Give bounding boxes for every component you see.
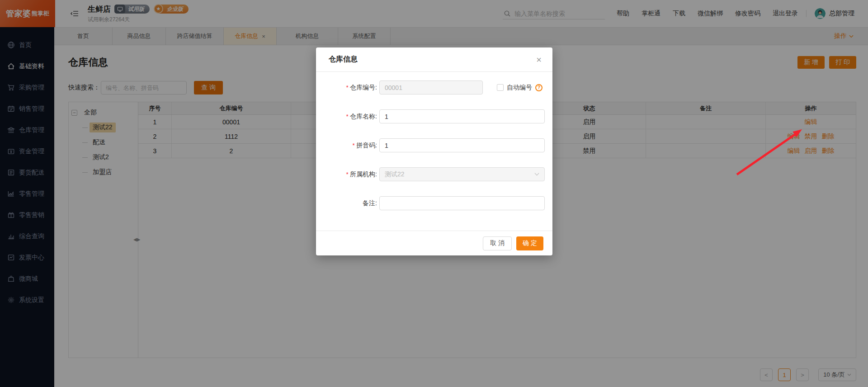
field-organization: *所属机构: 测试22 — [316, 167, 552, 181]
field-remark: 备注: — [316, 196, 552, 210]
required-asterisk: * — [346, 113, 348, 120]
auto-number-label: 自动编号 — [507, 84, 532, 92]
field-label: 备注: — [363, 199, 377, 207]
field-label: 所属机构: — [350, 170, 377, 178]
warehouse-info-modal: 仓库信息 × *仓库编号: 自动编号 ? *仓库名称: *拼音码: *所属机构:… — [316, 47, 552, 255]
field-warehouse-code: *仓库编号: 自动编号 ? — [316, 80, 552, 94]
field-label: 仓库编号: — [350, 84, 377, 91]
auto-number-checkbox[interactable] — [497, 84, 504, 91]
cancel-button[interactable]: 取 消 — [483, 236, 512, 250]
auto-number-group: 自动编号 ? — [497, 84, 542, 92]
required-asterisk: * — [352, 142, 354, 149]
required-asterisk: * — [346, 171, 348, 178]
modal-close-icon[interactable]: × — [536, 55, 542, 64]
warehouse-name-input[interactable] — [379, 109, 545, 123]
field-pinyin-code: *拼音码: — [316, 138, 552, 152]
modal-title: 仓库信息 — [329, 55, 358, 64]
confirm-button[interactable]: 确 定 — [516, 236, 543, 250]
pinyin-code-input[interactable] — [379, 138, 545, 152]
chevron-down-icon — [534, 173, 539, 176]
warehouse-code-input — [379, 80, 483, 94]
field-warehouse-name: *仓库名称: — [316, 109, 552, 123]
organization-select-value: 测试22 — [385, 170, 405, 179]
field-label: 仓库名称: — [350, 113, 377, 120]
required-asterisk: * — [346, 84, 348, 91]
question-circle-icon[interactable]: ? — [535, 84, 542, 91]
organization-select: 测试22 — [379, 167, 545, 181]
remark-input[interactable] — [379, 196, 545, 210]
field-label: 拼音码: — [356, 142, 377, 149]
